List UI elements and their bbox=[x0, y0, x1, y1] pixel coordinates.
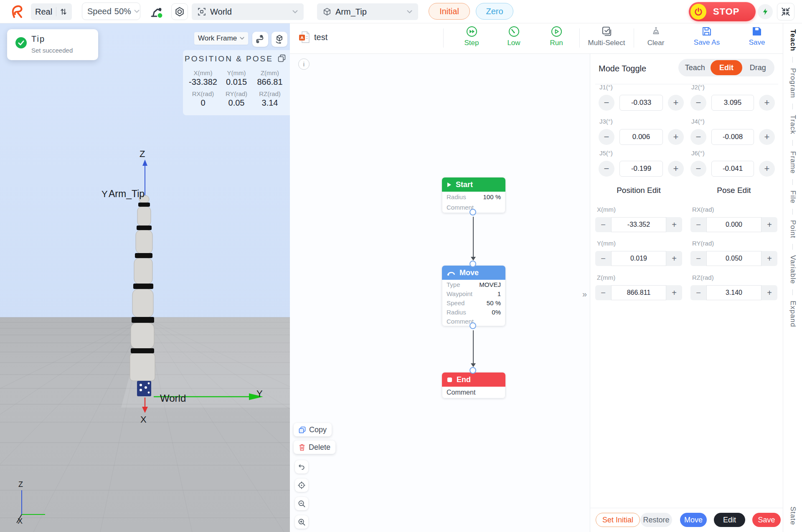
tab-test-program[interactable]: test bbox=[298, 31, 327, 43]
pose-field-value: 3.14 bbox=[253, 98, 287, 108]
move-button[interactable]: Move bbox=[680, 513, 707, 527]
edit-button[interactable]: Edit bbox=[714, 513, 745, 527]
delete-label: Delete bbox=[309, 443, 330, 452]
j4-increment-button[interactable]: + bbox=[759, 129, 775, 145]
side-tab-file[interactable]: File bbox=[789, 190, 797, 203]
j1-input[interactable]: -0.033 bbox=[619, 95, 663, 111]
rx-increment-button[interactable]: + bbox=[761, 217, 777, 232]
j6-decrement-button[interactable]: − bbox=[690, 161, 706, 177]
play-icon bbox=[447, 182, 452, 187]
tool-frame-dropdown[interactable]: Arm_Tip bbox=[317, 3, 418, 20]
z-decrement-button[interactable]: − bbox=[595, 285, 611, 300]
save-button[interactable]: Save bbox=[737, 26, 777, 52]
expand-panel-handle[interactable]: » bbox=[582, 287, 590, 301]
j5-increment-button[interactable]: + bbox=[668, 161, 684, 177]
j6-increment-button[interactable]: + bbox=[759, 161, 775, 177]
y-increment-button[interactable]: + bbox=[666, 251, 682, 266]
j4-decrement-button[interactable]: − bbox=[690, 129, 706, 145]
copy-node-button[interactable]: Copy bbox=[294, 423, 332, 436]
tab-divider bbox=[792, 209, 793, 215]
x-increment-button[interactable]: + bbox=[666, 217, 682, 232]
multi-select-button[interactable]: Multi-Select bbox=[584, 26, 629, 52]
swap-arrows-icon[interactable] bbox=[60, 8, 67, 15]
side-tab-state[interactable]: State bbox=[789, 507, 797, 525]
collapse-fullscreen-button[interactable] bbox=[777, 3, 794, 20]
low-speed-button[interactable]: Low bbox=[494, 26, 534, 52]
j3-decrement-button[interactable]: − bbox=[599, 129, 614, 145]
x-input[interactable]: -33.352 bbox=[611, 217, 666, 232]
j1-increment-button[interactable]: + bbox=[668, 95, 684, 111]
j1-decrement-button[interactable]: − bbox=[599, 95, 614, 111]
rz-input[interactable]: 3.140 bbox=[706, 285, 761, 300]
z-increment-button[interactable]: + bbox=[666, 285, 682, 300]
undo-button[interactable] bbox=[295, 460, 308, 474]
z-input[interactable]: 866.811 bbox=[611, 285, 666, 300]
side-tab-track[interactable]: Track bbox=[789, 115, 797, 134]
program-flow-canvas[interactable]: i Start Radius100 % Comment Move TypeMOV… bbox=[290, 54, 590, 532]
center-view-button[interactable] bbox=[295, 479, 308, 492]
save-as-button[interactable]: Save As bbox=[687, 26, 727, 52]
settings-nut-icon[interactable] bbox=[171, 3, 188, 20]
zoom-in-button[interactable] bbox=[295, 515, 308, 529]
j2-decrement-button[interactable]: − bbox=[690, 95, 706, 111]
restore-button[interactable]: Restore bbox=[640, 513, 672, 527]
pose-values-grid: X(mm)-33.382 Y(mm)0.015 Z(mm)866.81 RX(r… bbox=[186, 67, 287, 108]
copy-pose-icon[interactable] bbox=[278, 54, 286, 62]
tip-frame-name-label: Arm_Tip bbox=[109, 188, 145, 200]
info-button[interactable]: i bbox=[298, 58, 310, 70]
ry-input[interactable]: 0.050 bbox=[706, 251, 761, 266]
speed-dropdown[interactable]: Speed 50% bbox=[82, 3, 140, 20]
connector-port[interactable] bbox=[470, 261, 476, 267]
save-program-button[interactable]: Save bbox=[752, 513, 781, 527]
side-tab-teach[interactable]: Teach bbox=[789, 29, 797, 51]
ry-decrement-button[interactable]: − bbox=[690, 251, 706, 266]
end-node-body: Comment bbox=[442, 387, 505, 398]
step-button[interactable]: Step bbox=[452, 26, 492, 52]
mode-drag[interactable]: Drag bbox=[742, 63, 774, 72]
real-sim-toggle[interactable]: Real bbox=[31, 3, 72, 20]
node-move[interactable]: Move TypeMOVEJ Waypoint1 Speed50 % Radiu… bbox=[442, 266, 505, 326]
rz-increment-button[interactable]: + bbox=[761, 285, 777, 300]
connector-port[interactable] bbox=[470, 209, 476, 215]
reference-frame-dropdown[interactable]: World bbox=[192, 3, 304, 20]
clear-button[interactable]: Clear bbox=[636, 26, 676, 52]
y-input[interactable]: 0.019 bbox=[611, 251, 666, 266]
3d-viewport[interactable]: Z Y Arm_Tip World Y X Z X Tip Set succee… bbox=[0, 23, 290, 532]
rx-input[interactable]: 0.000 bbox=[706, 217, 761, 232]
side-tab-point[interactable]: Point bbox=[789, 220, 797, 238]
connector-port[interactable] bbox=[470, 322, 476, 329]
ry-increment-button[interactable]: + bbox=[761, 251, 777, 266]
initial-pose-button[interactable]: Initial bbox=[429, 3, 470, 20]
mode-edit[interactable]: Edit bbox=[711, 60, 742, 75]
j3-input[interactable]: 0.006 bbox=[619, 129, 663, 145]
stop-button[interactable]: STOP bbox=[689, 2, 756, 21]
j6-input[interactable]: -0.041 bbox=[711, 161, 754, 177]
y-decrement-button[interactable]: − bbox=[595, 251, 611, 266]
j2-increment-button[interactable]: + bbox=[759, 95, 775, 111]
rx-decrement-button[interactable]: − bbox=[690, 217, 706, 232]
side-tab-program[interactable]: Program bbox=[789, 68, 797, 98]
side-tab-variable[interactable]: Variable bbox=[789, 255, 797, 284]
run-button[interactable]: Run bbox=[536, 26, 576, 52]
side-tab-frame[interactable]: Frame bbox=[789, 151, 797, 174]
lightning-icon bbox=[762, 8, 768, 15]
node-start[interactable]: Start Radius100 % Comment bbox=[442, 177, 505, 213]
j4-input[interactable]: -0.008 bbox=[711, 129, 754, 145]
divider bbox=[443, 28, 444, 48]
j5-decrement-button[interactable]: − bbox=[599, 161, 614, 177]
zoom-out-button[interactable] bbox=[295, 497, 308, 510]
j2-input[interactable]: 3.095 bbox=[711, 95, 754, 111]
j3-increment-button[interactable]: + bbox=[668, 129, 684, 145]
robot-status-icon[interactable] bbox=[149, 4, 164, 19]
x-decrement-button[interactable]: − bbox=[595, 217, 611, 232]
delete-node-button[interactable]: Delete bbox=[294, 441, 335, 454]
power-boost-button[interactable] bbox=[758, 4, 773, 19]
side-tab-expand[interactable]: Expand bbox=[789, 301, 797, 327]
zero-pose-button[interactable]: Zero bbox=[476, 3, 513, 20]
mode-teach[interactable]: Teach bbox=[679, 63, 711, 72]
connector-port[interactable] bbox=[470, 367, 476, 374]
rz-decrement-button[interactable]: − bbox=[690, 285, 706, 300]
set-initial-button[interactable]: Set Initial bbox=[596, 513, 640, 527]
node-end[interactable]: End Comment bbox=[442, 372, 505, 398]
j5-input[interactable]: -0.199 bbox=[619, 161, 663, 177]
